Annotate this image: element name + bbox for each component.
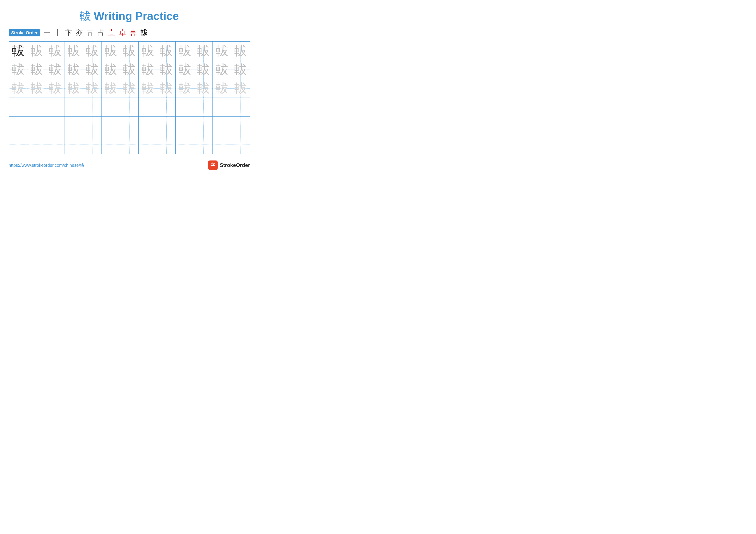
footer: https://www.strokeorder.com/chinese/軷 字 … <box>9 161 250 170</box>
grid-cell-4-10 <box>194 116 213 135</box>
grid-cell-4-1 <box>27 116 46 135</box>
stroke-10: 軷 <box>141 28 148 38</box>
grid-cell-0-2: 軷 <box>46 41 65 60</box>
stroke-chars: 一 十 卞 亦 古 占 直 卓 軎 軷 <box>43 28 148 38</box>
cell-char-2-8: 軷 <box>160 80 173 97</box>
grid-cell-4-9 <box>176 116 194 135</box>
grid-cell-1-6: 軷 <box>120 60 139 79</box>
grid-cell-4-4 <box>83 116 101 135</box>
grid-cell-5-3 <box>65 135 83 154</box>
cell-char-1-9: 軷 <box>179 61 191 78</box>
grid-cell-5-6 <box>120 135 139 154</box>
cell-char-1-0: 軷 <box>12 61 24 78</box>
cell-char-2-1: 軷 <box>30 80 43 97</box>
grid-cell-2-3: 軷 <box>65 79 83 98</box>
grid-cell-3-12 <box>231 98 250 116</box>
cell-char-0-7: 軷 <box>142 42 154 59</box>
grid-cell-1-1: 軷 <box>27 60 46 79</box>
cell-char-0-12: 軷 <box>234 42 247 59</box>
grid-cell-2-1: 軷 <box>27 79 46 98</box>
title-char: 軷 <box>80 10 91 22</box>
grid-cell-3-1 <box>27 98 46 116</box>
stroke-4: 亦 <box>76 28 83 38</box>
grid-cell-1-4: 軷 <box>83 60 101 79</box>
grid-cell-2-10: 軷 <box>194 79 213 98</box>
cell-char-2-4: 軷 <box>86 80 98 97</box>
cell-char-0-4: 軷 <box>86 42 98 59</box>
footer-logo: 字 StrokeOrder <box>208 161 250 170</box>
grid-cell-5-1 <box>27 135 46 154</box>
grid-row-0: 軷軷軷軷軷軷軷軷軷軷軷軷軷 <box>9 41 250 60</box>
title-text: Writing Practice <box>94 10 179 22</box>
grid-cell-1-0: 軷 <box>9 60 27 79</box>
grid-cell-4-0 <box>9 116 27 135</box>
grid-cell-1-11: 軷 <box>213 60 231 79</box>
cell-char-2-10: 軷 <box>197 80 210 97</box>
grid-cell-3-7 <box>139 98 157 116</box>
grid-cell-0-11: 軷 <box>213 41 231 60</box>
cell-char-0-5: 軷 <box>104 42 117 59</box>
grid-cell-2-5: 軷 <box>101 79 120 98</box>
cell-char-1-10: 軷 <box>197 61 210 78</box>
cell-char-1-2: 軷 <box>49 61 62 78</box>
page-title: 軷 Writing Practice <box>9 9 250 24</box>
grid-cell-1-3: 軷 <box>65 60 83 79</box>
grid-cell-5-0 <box>9 135 27 154</box>
grid-cell-1-8: 軷 <box>157 60 176 79</box>
stroke-3: 卞 <box>65 28 72 38</box>
grid-cell-5-12 <box>231 135 250 154</box>
cell-char-2-12: 軷 <box>234 80 247 97</box>
grid-cell-3-4 <box>83 98 101 116</box>
cell-char-1-8: 軷 <box>160 61 173 78</box>
grid-cell-2-12: 軷 <box>231 79 250 98</box>
grid-cell-5-9 <box>176 135 194 154</box>
grid-cell-0-7: 軷 <box>139 41 157 60</box>
grid-cell-1-10: 軷 <box>194 60 213 79</box>
grid-cell-0-5: 軷 <box>101 41 120 60</box>
cell-char-2-3: 軷 <box>68 80 80 97</box>
grid-cell-2-7: 軷 <box>139 79 157 98</box>
stroke-7: 直 <box>108 28 115 38</box>
grid-cell-0-1: 軷 <box>27 41 46 60</box>
cell-char-0-3: 軷 <box>68 42 80 59</box>
grid-cell-5-2 <box>46 135 65 154</box>
grid-cell-3-2 <box>46 98 65 116</box>
cell-char-0-2: 軷 <box>49 42 62 59</box>
grid-cell-0-10: 軷 <box>194 41 213 60</box>
cell-char-1-3: 軷 <box>68 61 80 78</box>
cell-char-1-12: 軷 <box>234 61 247 78</box>
stroke-5: 古 <box>87 28 94 38</box>
grid-cell-4-8 <box>157 116 176 135</box>
grid-cell-3-11 <box>213 98 231 116</box>
grid-cell-2-0: 軷 <box>9 79 27 98</box>
cell-char-1-4: 軷 <box>86 61 98 78</box>
grid-cell-5-8 <box>157 135 176 154</box>
stroke-order-badge: Stroke Order <box>9 29 40 37</box>
grid-cell-0-0: 軷 <box>9 41 27 60</box>
grid-cell-5-7 <box>139 135 157 154</box>
grid-cell-2-2: 軷 <box>46 79 65 98</box>
stroke-9: 軎 <box>130 28 137 38</box>
cell-char-0-11: 軷 <box>216 42 228 59</box>
grid-cell-0-4: 軷 <box>83 41 101 60</box>
stroke-order-row: Stroke Order 一 十 卞 亦 古 占 直 卓 軎 軷 <box>9 28 250 38</box>
grid-cell-1-12: 軷 <box>231 60 250 79</box>
cell-char-2-0: 軷 <box>12 80 24 97</box>
grid-cell-3-5 <box>101 98 120 116</box>
grid-cell-4-5 <box>101 116 120 135</box>
grid-row-3 <box>9 98 250 116</box>
grid-row-4 <box>9 116 250 135</box>
grid-cell-5-11 <box>213 135 231 154</box>
grid-cell-3-10 <box>194 98 213 116</box>
grid-cell-1-7: 軷 <box>139 60 157 79</box>
grid-cell-4-12 <box>231 116 250 135</box>
grid-cell-2-11: 軷 <box>213 79 231 98</box>
grid-cell-1-5: 軷 <box>101 60 120 79</box>
grid-cell-4-7 <box>139 116 157 135</box>
cell-char-2-7: 軷 <box>142 80 154 97</box>
cell-char-1-6: 軷 <box>123 61 136 78</box>
cell-char-2-9: 軷 <box>179 80 191 97</box>
logo-char: 字 <box>210 162 215 168</box>
stroke-2: 十 <box>54 28 61 38</box>
cell-char-2-5: 軷 <box>104 80 117 97</box>
